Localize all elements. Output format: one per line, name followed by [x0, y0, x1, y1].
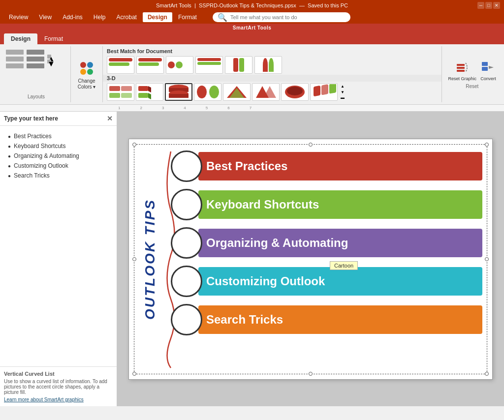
close-button[interactable]: ✕: [493, 2, 500, 9]
handle-bl[interactable]: [132, 372, 136, 376]
circle-2[interactable]: [171, 227, 202, 259]
smartart-item-4[interactable]: Search Tricks: [176, 302, 482, 337]
gallery-item-6[interactable]: [254, 56, 282, 74]
vertical-text: OUTLOOK TIPS: [139, 147, 161, 372]
bullet-icon-2: ●: [8, 153, 11, 159]
slide-canvas[interactable]: OUTLOOK TIPS Best Practices: [117, 112, 504, 406]
circle-3[interactable]: [171, 266, 202, 297]
list-item-1[interactable]: ● Keyboard Shortcuts: [8, 143, 109, 150]
svg-point-13: [209, 86, 219, 98]
left-panel-footer: Vertical Curved List Use to show a curve…: [0, 366, 117, 406]
main-area: Type your text here ✕ ● Best Practices ●…: [0, 112, 504, 406]
scroll-down-icon[interactable]: ▼: [47, 60, 51, 63]
curve-svg: [161, 147, 176, 373]
minimize-button[interactable]: ─: [477, 2, 484, 9]
svg-marker-7: [148, 93, 151, 99]
convert-button[interactable]: Convert: [480, 60, 496, 82]
list-item-2[interactable]: ● Organizing & Automating: [8, 152, 109, 159]
smartart-item-3[interactable]: Customizing Outlook: [176, 264, 482, 299]
gallery-3d-1[interactable]: [107, 83, 134, 101]
left-panel-header: Type your text here ✕: [0, 112, 117, 126]
menu-help[interactable]: Help: [89, 12, 111, 22]
maximize-button[interactable]: □: [485, 2, 492, 9]
svg-point-19: [287, 87, 303, 95]
gallery-3d-7[interactable]: [281, 83, 309, 101]
items-list: Best Practices Keyboard Shortcuts Organi…: [176, 147, 482, 372]
layout-icon-2[interactable]: [27, 49, 44, 69]
gallery-item-2[interactable]: [136, 56, 164, 74]
smartart-item-2[interactable]: Organizing & Automating: [176, 225, 482, 261]
layout-icon-1[interactable]: [6, 49, 24, 69]
footer-link[interactable]: Learn more about SmartArt graphics: [4, 397, 84, 402]
menu-acrobat[interactable]: Acrobat: [112, 12, 142, 22]
reset-convert-section: Reset Graphic Convert Reset: [442, 46, 502, 102]
search-input[interactable]: [230, 14, 346, 20]
svg-rect-1: [109, 93, 120, 98]
list-item-4[interactable]: ● Search Tricks: [8, 172, 109, 179]
list-item-3[interactable]: ● Customizing Outlook: [8, 162, 109, 169]
tab-format[interactable]: Format: [37, 33, 70, 44]
handle-br[interactable]: [485, 372, 489, 376]
handle-left[interactable]: [132, 257, 136, 261]
svg-rect-24: [457, 67, 465, 69]
bullet-icon-1: ●: [8, 144, 11, 149]
circle-0[interactable]: [171, 150, 202, 182]
smartart-item-1[interactable]: Keyboard Shortcuts: [176, 187, 482, 222]
tab-design[interactable]: Design: [4, 33, 37, 44]
menu-format[interactable]: Format: [173, 12, 202, 22]
item-bar-4[interactable]: Search Tricks: [198, 305, 482, 334]
gallery-item-5[interactable]: [225, 56, 252, 74]
change-colors-button[interactable]: ChangeColors ▾: [71, 46, 103, 102]
slide[interactable]: OUTLOOK TIPS Best Practices: [128, 139, 493, 380]
item-label-3: Customizing Outlook: [206, 274, 325, 288]
search-icon: 🔍: [218, 13, 227, 22]
gallery-item-3[interactable]: [166, 56, 193, 74]
list-item-label-3: Customizing Outlook: [14, 162, 68, 169]
scroll-up-icon[interactable]: ▲: [47, 55, 51, 59]
bullet-icon-3: ●: [8, 163, 11, 169]
gallery-3d-3[interactable]: [165, 83, 192, 101]
item-bar-3[interactable]: Customizing Outlook: [198, 267, 482, 296]
gallery-scroll-btn[interactable]: ▲ ▼ ▬: [339, 84, 346, 100]
item-bar-1[interactable]: Keyboard Shortcuts: [198, 190, 482, 219]
handle-top[interactable]: [309, 143, 313, 147]
gallery-3d-2[interactable]: [136, 83, 163, 101]
gallery-item-1[interactable]: [107, 56, 134, 74]
window-controls[interactable]: ─ □ ✕: [477, 2, 500, 9]
gallery-3d-5[interactable]: [223, 83, 251, 101]
ribbon-layouts-section: ▲ ▼ Layouts: [2, 46, 71, 102]
best-match-label: Best Match for Document: [103, 46, 441, 75]
gallery-3d-6[interactable]: [252, 83, 280, 101]
gallery-3d-8[interactable]: [310, 83, 338, 101]
title-bar: SmartArt Tools | SSPRD-Outlook Tips & Te…: [0, 0, 504, 11]
search-bar[interactable]: 🔍: [213, 12, 350, 22]
gallery-3d-4[interactable]: [194, 83, 221, 101]
left-panel-title: Type your text here: [4, 115, 58, 122]
handle-tl[interactable]: [132, 143, 136, 147]
reset-graphic-button[interactable]: Reset Graphic: [448, 60, 476, 82]
menu-review[interactable]: Review: [4, 12, 33, 22]
handle-bottom[interactable]: [309, 372, 313, 376]
menu-design[interactable]: Design: [143, 12, 172, 22]
ribbon-tabs: Design Format: [0, 31, 504, 44]
circle-1[interactable]: [171, 189, 202, 220]
menu-view[interactable]: View: [34, 12, 57, 22]
svg-rect-2: [121, 86, 132, 91]
gallery-item-4[interactable]: [195, 56, 223, 74]
handle-tr[interactable]: [485, 143, 489, 147]
circle-4[interactable]: [171, 304, 202, 335]
item-bar-0[interactable]: Best Practices: [198, 152, 482, 180]
menu-bar: Review View Add-ins Help Acrobat Design …: [0, 11, 504, 24]
svg-point-12: [197, 86, 207, 98]
change-colors-label: ChangeColors ▾: [78, 78, 96, 90]
color-palette-icon: [77, 59, 96, 78]
list-item-label-4: Search Tricks: [14, 172, 50, 179]
handle-right[interactable]: [485, 257, 489, 261]
smartart-item-0[interactable]: Best Practices: [176, 149, 482, 184]
item-bar-2[interactable]: Organizing & Automating: [198, 229, 482, 257]
close-panel-button[interactable]: ✕: [107, 115, 113, 122]
menu-addins[interactable]: Add-ins: [58, 12, 88, 22]
smartart-content[interactable]: OUTLOOK TIPS Best Practices: [139, 147, 482, 372]
svg-rect-11: [169, 94, 189, 98]
list-item-0[interactable]: ● Best Practices: [8, 133, 109, 140]
